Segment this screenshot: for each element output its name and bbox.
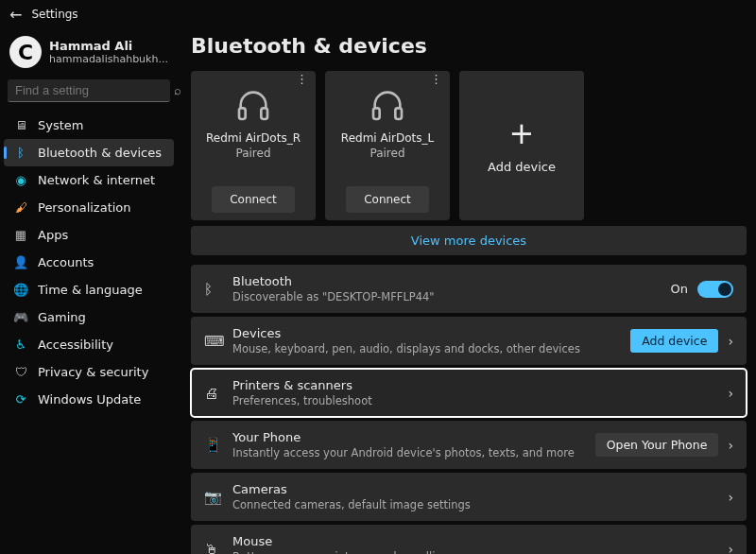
sidebar-item-system[interactable]: 🖥System bbox=[4, 112, 174, 139]
chevron-right-icon: › bbox=[728, 542, 733, 555]
chevron-right-icon: › bbox=[728, 490, 733, 505]
headphones-icon bbox=[367, 86, 408, 124]
back-icon[interactable]: ← bbox=[9, 6, 22, 24]
sidebar-item-accounts[interactable]: 👤Accounts bbox=[4, 249, 174, 276]
device-tiles: ⋮ Redmi AirDots_R Paired Connect ⋮ Redmi… bbox=[191, 71, 747, 220]
row-subtitle: Mouse, keyboard, pen, audio, displays an… bbox=[232, 342, 619, 355]
row-subtitle: Discoverable as "DESKTOP-MFFLP44" bbox=[232, 290, 660, 303]
svg-rect-1 bbox=[261, 108, 267, 119]
nav-label: Personalization bbox=[38, 200, 131, 215]
nav-label: Bluetooth & devices bbox=[38, 146, 162, 160]
sidebar-item-personalization[interactable]: 🖌Personalization bbox=[4, 194, 174, 221]
add-device-tile[interactable]: + Add device bbox=[459, 71, 584, 220]
svg-rect-3 bbox=[395, 108, 402, 119]
bluetooth-toggle[interactable] bbox=[697, 281, 733, 298]
nav-icon: ♿ bbox=[13, 338, 28, 352]
chevron-right-icon: › bbox=[728, 334, 733, 349]
row-title: Printers & scanners bbox=[232, 378, 716, 392]
row-your-phone[interactable]: 📱 Your Phone Instantly access your Andro… bbox=[191, 421, 747, 469]
nav-label: Gaming bbox=[38, 310, 86, 324]
headphones-icon bbox=[232, 86, 274, 124]
nav-label: Accounts bbox=[38, 255, 94, 269]
nav-label: Time & language bbox=[38, 283, 143, 297]
row-subtitle: Preferences, troubleshoot bbox=[232, 394, 716, 407]
sidebar-item-network-internet[interactable]: ◉Network & internet bbox=[4, 166, 174, 194]
device-tile-r[interactable]: ⋮ Redmi AirDots_R Paired Connect bbox=[191, 71, 316, 220]
nav-icon: ◉ bbox=[13, 173, 28, 187]
device-tile-l[interactable]: ⋮ Redmi AirDots_L Paired Connect bbox=[325, 71, 450, 220]
profile-email: hammadalishahbukh... bbox=[49, 53, 168, 65]
sidebar-item-bluetooth-devices[interactable]: ᛒBluetooth & devices bbox=[4, 139, 174, 166]
nav-label: Accessibility bbox=[38, 338, 113, 352]
toggle-state-label: On bbox=[671, 282, 688, 296]
nav-label: Windows Update bbox=[38, 392, 141, 407]
chevron-right-icon: › bbox=[728, 438, 733, 453]
row-subtitle: Instantly access your Android device's p… bbox=[232, 446, 584, 459]
sidebar-item-privacy-security[interactable]: 🛡Privacy & security bbox=[4, 358, 174, 386]
devices-icon: ⌨ bbox=[204, 333, 221, 350]
bluetooth-icon: ᛒ bbox=[204, 281, 221, 298]
window-title: Settings bbox=[31, 8, 77, 21]
device-status: Paired bbox=[235, 147, 270, 160]
row-mouse[interactable]: 🖱 Mouse Buttons, mouse pointer speed, sc… bbox=[191, 525, 747, 554]
phone-icon: 📱 bbox=[204, 437, 221, 454]
nav-icon: 👤 bbox=[13, 255, 28, 269]
row-cameras[interactable]: 📷 Cameras Connected cameras, default ima… bbox=[191, 473, 747, 521]
avatar: C bbox=[9, 36, 42, 68]
nav-icon: ᛒ bbox=[13, 146, 28, 160]
row-subtitle: Buttons, mouse pointer speed, scrolling bbox=[232, 550, 716, 554]
sidebar-item-gaming[interactable]: 🎮Gaming bbox=[4, 303, 174, 331]
sidebar-item-accessibility[interactable]: ♿Accessibility bbox=[4, 331, 174, 358]
nav-icon: 🛡 bbox=[13, 365, 28, 379]
nav-icon: 🌐 bbox=[13, 283, 28, 297]
search-input[interactable] bbox=[15, 83, 174, 97]
row-title: Your Phone bbox=[232, 430, 584, 444]
nav-icon: ▦ bbox=[13, 228, 28, 242]
nav-icon: 🖥 bbox=[13, 118, 28, 132]
nav-icon: 🖌 bbox=[13, 200, 28, 215]
plus-icon: + bbox=[509, 118, 535, 148]
profile-block[interactable]: C Hammad Ali hammadalishahbukh... bbox=[4, 32, 174, 79]
more-icon[interactable]: ⋮ bbox=[296, 77, 308, 82]
open-your-phone-button[interactable]: Open Your Phone bbox=[595, 433, 719, 457]
nav-label: Apps bbox=[38, 228, 68, 242]
chevron-right-icon: › bbox=[728, 386, 733, 401]
nav-icon: ⟳ bbox=[13, 392, 28, 407]
device-status: Paired bbox=[369, 147, 404, 160]
row-title: Devices bbox=[232, 326, 619, 340]
row-title: Mouse bbox=[232, 534, 716, 548]
svg-rect-2 bbox=[373, 108, 380, 119]
connect-button[interactable]: Connect bbox=[346, 186, 429, 213]
add-device-button[interactable]: Add device bbox=[630, 329, 718, 353]
camera-icon: 📷 bbox=[204, 489, 221, 506]
more-icon[interactable]: ⋮ bbox=[430, 77, 442, 82]
sidebar: C Hammad Ali hammadalishahbukh... ⌕ 🖥Sys… bbox=[0, 28, 178, 554]
row-printers-scanners[interactable]: 🖨 Printers & scanners Preferences, troub… bbox=[191, 369, 747, 417]
page-title: Bluetooth & devices bbox=[191, 34, 747, 58]
row-devices[interactable]: ⌨ Devices Mouse, keyboard, pen, audio, d… bbox=[191, 317, 747, 365]
connect-button[interactable]: Connect bbox=[212, 186, 295, 213]
row-title: Cameras bbox=[232, 482, 716, 496]
view-more-devices-link[interactable]: View more devices bbox=[191, 226, 747, 255]
nav-label: System bbox=[38, 118, 83, 132]
sidebar-item-apps[interactable]: ▦Apps bbox=[4, 221, 174, 249]
nav-label: Network & internet bbox=[38, 173, 155, 187]
add-device-label: Add device bbox=[488, 160, 556, 174]
nav-label: Privacy & security bbox=[38, 365, 148, 379]
mouse-icon: 🖱 bbox=[204, 541, 221, 555]
content: Bluetooth & devices ⋮ Redmi AirDots_R Pa… bbox=[178, 28, 756, 554]
search-input-wrapper[interactable]: ⌕ bbox=[8, 79, 170, 102]
svg-rect-0 bbox=[239, 108, 246, 119]
profile-name: Hammad Ali bbox=[49, 39, 168, 53]
sidebar-item-time-language[interactable]: 🌐Time & language bbox=[4, 276, 174, 303]
nav-list: 🖥SystemᛒBluetooth & devices◉Network & in… bbox=[4, 112, 174, 413]
row-bluetooth[interactable]: ᛒ Bluetooth Discoverable as "DESKTOP-MFF… bbox=[191, 265, 747, 313]
device-name: Redmi AirDots_R bbox=[206, 131, 301, 145]
nav-icon: 🎮 bbox=[13, 310, 28, 324]
row-title: Bluetooth bbox=[232, 274, 660, 288]
sidebar-item-windows-update[interactable]: ⟳Windows Update bbox=[4, 386, 174, 413]
device-name: Redmi AirDots_L bbox=[341, 131, 434, 145]
row-subtitle: Connected cameras, default image setting… bbox=[232, 498, 716, 511]
printer-icon: 🖨 bbox=[204, 385, 221, 402]
